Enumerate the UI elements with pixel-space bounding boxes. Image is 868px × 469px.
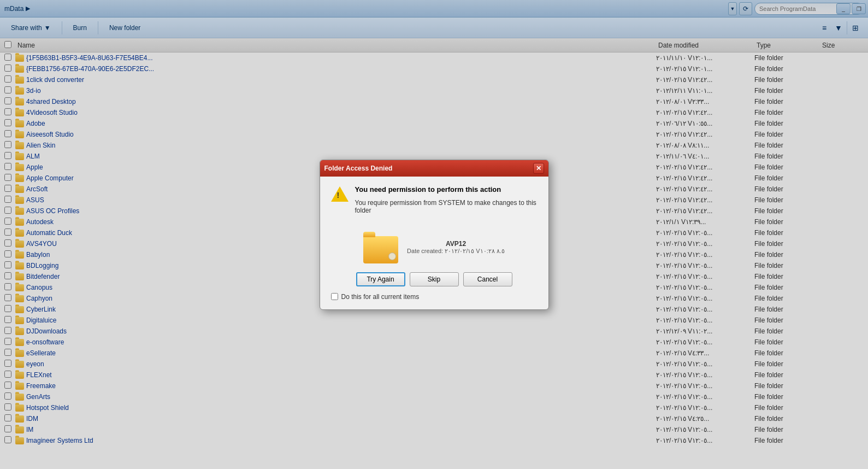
try-again-button[interactable]: Try Again: [356, 272, 405, 286]
dialog-close-btn[interactable]: ✕: [533, 163, 544, 174]
dialog-main-message: You need permission to perform this acti…: [355, 185, 538, 194]
warning-triangle: [331, 186, 349, 202]
cancel-button[interactable]: Cancel: [463, 272, 512, 286]
dialog-folder-info: AVP12 Date created: ٢٠١٢/٠٢/١٥ V٨.٥ ١٠:٢…: [407, 240, 505, 255]
dialog-overlay: Folder Access Denied ✕ You need permissi…: [0, 0, 868, 469]
dialog-title: Folder Access Denied: [324, 165, 393, 172]
warning-icon: [331, 185, 349, 203]
dialog-messages: You need permission to perform this acti…: [355, 185, 538, 223]
big-folder-icon: [363, 232, 398, 263]
dialog-body: You need permission to perform this acti…: [320, 177, 548, 309]
skip-button[interactable]: Skip: [410, 272, 459, 286]
date-label: Date created:: [407, 248, 443, 254]
dialog-buttons: Try Again Skip Cancel: [331, 272, 538, 286]
dialog-sub-message: You require permission from SYSTEM to ma…: [355, 199, 538, 214]
folder-access-denied-dialog: Folder Access Denied ✕ You need permissi…: [320, 160, 549, 310]
dialog-warning-row: You need permission to perform this acti…: [331, 185, 538, 223]
dialog-folder-date: Date created: ٢٠١٢/٠٢/١٥ V٨.٥ ١٠:٢٨: [407, 248, 505, 255]
dialog-folder-area: AVP12 Date created: ٢٠١٢/٠٢/١٥ V٨.٥ ١٠:٢…: [331, 232, 538, 263]
dialog-checkbox-row: Do this for all current items: [331, 293, 538, 301]
dialog-titlebar: Folder Access Denied ✕: [320, 160, 548, 177]
dialog-folder-name: AVP12: [407, 240, 505, 248]
do-this-for-all-checkbox[interactable]: [331, 293, 338, 300]
date-value: ٢٠١٢/٠٢/١٥ V٨.٥ ١٠:٢٨: [445, 248, 505, 254]
dialog-checkbox-label: Do this for all current items: [341, 293, 420, 301]
